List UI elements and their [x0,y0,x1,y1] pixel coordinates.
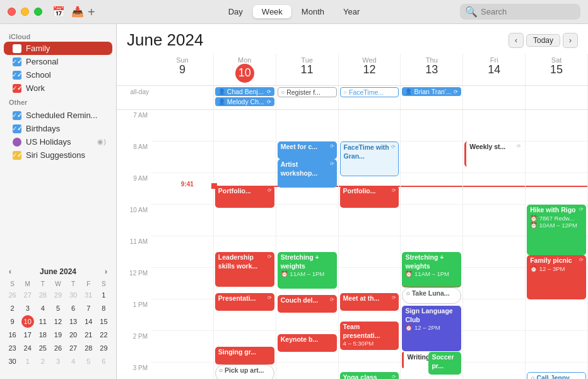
mini-cal-day[interactable]: 3 [52,355,64,368]
event-stretching-tue[interactable]: Stretching + weights ⏰ 11AM – 1PM [278,252,337,289]
event-take-luna[interactable]: ○ Take Luna... [402,287,461,304]
event-sign-language[interactable]: Sign Language Club ⏰ 12 – 2PM [402,306,461,351]
mini-cal-day[interactable]: 29 [97,342,110,354]
maximize-button[interactable] [34,8,42,16]
mini-cal-day[interactable]: 13 [67,315,79,328]
mini-cal-day[interactable]: 22 [97,328,110,341]
event-singing[interactable]: Singing gr... [215,347,274,364]
event-leadership[interactable]: Leadership skills work... ⟳ [215,252,274,287]
day-header-tue[interactable]: Tue 11 [276,54,339,85]
mini-cal-day[interactable]: 15 [97,315,110,328]
time-slot[interactable] [151,331,213,363]
time-slot[interactable] [276,205,338,236]
allday-event-facetime[interactable]: ○ FaceTime... [340,87,399,97]
day-header-sat[interactable]: Sat 15 [526,54,588,85]
day-header-wed[interactable]: Wed 12 [339,54,401,85]
time-slot[interactable] [526,141,587,173]
time-slot[interactable] [401,141,462,173]
time-slot[interactable] [526,110,587,141]
day-header-mon[interactable]: Mon 10 [214,54,276,85]
mini-cal-next[interactable]: › [102,266,110,277]
mini-cal-day[interactable]: 2 [37,355,49,368]
event-couch[interactable]: Couch del... ⟳ [278,295,337,313]
sidebar-item-school[interactable]: ✓ School [4,68,112,81]
mini-cal-day[interactable]: 29 [52,289,64,301]
mini-cal-day[interactable]: 12 [52,315,64,328]
mini-cal-day[interactable]: 23 [6,342,19,354]
search-box[interactable]: 🔍 [460,4,580,20]
reminders-checkbox[interactable]: ✓ [13,111,21,120]
time-slot[interactable] [463,173,525,205]
time-slot[interactable] [151,299,213,331]
time-slot[interactable] [526,173,587,205]
mini-cal-day[interactable]: 8 [97,302,110,315]
time-slot[interactable] [339,205,401,236]
sidebar-item-work[interactable]: ✓ Work [4,81,112,95]
time-slot[interactable] [276,110,338,141]
sidebar-item-personal[interactable]: ✓ Personal [4,55,112,68]
sidebar-item-holidays[interactable]: US Holidays ◉) [4,135,112,148]
sidebar-item-reminders[interactable]: ✓ Scheduled Remin... [4,109,112,122]
mini-cal-day[interactable]: 25 [37,342,49,354]
mini-cal-day[interactable]: 18 [37,328,49,341]
mini-cal-day[interactable]: 1 [97,289,110,301]
time-slot[interactable] [151,110,213,141]
tab-week[interactable]: Week [253,5,291,18]
mini-cal-day[interactable]: 30 [6,355,19,368]
work-checkbox[interactable]: ✓ [13,84,21,93]
time-slot[interactable] [214,110,276,141]
tab-year[interactable]: Year [334,5,368,18]
cal-today-button[interactable]: Today [526,34,560,47]
mini-cal-day[interactable]: 6 [97,355,110,368]
time-slot[interactable] [151,141,213,173]
time-slot[interactable] [151,363,213,379]
mini-cal-day[interactable]: 14 [82,315,95,328]
time-slot[interactable] [151,205,213,236]
mini-cal-day[interactable]: 28 [37,289,49,301]
day-header-fri[interactable]: Fri 14 [463,54,526,85]
mini-cal-day[interactable]: 24 [21,342,34,354]
mini-cal-day[interactable]: 3 [21,302,34,315]
mini-cal-today[interactable]: 10 [21,315,34,328]
mini-cal-day[interactable]: 20 [67,328,79,341]
mini-cal-day[interactable]: 27 [67,342,79,354]
school-checkbox[interactable]: ✓ [13,71,21,80]
time-slot[interactable] [463,363,525,379]
mini-cal-day[interactable]: 27 [21,289,34,301]
event-keynote[interactable]: Keynote b... [278,334,337,352]
time-slot[interactable] [463,110,525,141]
event-meet-for-c[interactable]: Meet for c... ⟳ [278,141,337,159]
event-presentation-mon[interactable]: Presentati... ⟳ [215,293,274,311]
allday-event-register[interactable]: ○ Register f... [278,87,337,97]
holidays-checkbox[interactable] [13,138,21,147]
allday-event-brian[interactable]: 👤 Brian Tran'... ⟳ [402,87,461,96]
mini-cal-day[interactable]: 4 [37,302,49,315]
time-slot[interactable] [339,110,401,141]
tab-day[interactable]: Day [220,5,252,18]
event-stretching-thu[interactable]: Stretching + weights ⏰ 11AM – 1PM [402,252,461,287]
time-slot[interactable] [151,173,213,205]
time-slot[interactable] [526,331,587,363]
event-yoga[interactable]: Yoga class ⏰ 501 Stanya... 4 – 5:30PM ⟳ [340,372,399,379]
mini-cal-day[interactable]: 28 [82,342,95,354]
time-slot[interactable] [151,268,213,299]
time-slot[interactable] [463,299,525,331]
time-slot[interactable] [214,205,276,236]
mini-cal-day[interactable]: 1 [21,355,34,368]
time-slot[interactable] [463,268,525,299]
event-family-picnic[interactable]: Family picnic ⏰ 12 – 3PM ⟳ [527,255,586,299]
birthdays-checkbox[interactable]: ✓ [13,124,21,133]
siri-checkbox[interactable]: ✓ [13,151,21,160]
event-pickup[interactable]: ○ Pick up art... [215,364,274,379]
day-header-thu[interactable]: Thu 13 [401,54,463,85]
event-meet-at[interactable]: Meet at th... ⟳ [340,293,399,311]
sidebar-item-family[interactable]: ✓ Family [4,42,112,55]
close-button[interactable] [8,8,16,16]
cal-next-button[interactable]: › [563,33,578,48]
time-slot[interactable] [151,236,213,268]
mini-cal-day[interactable]: 11 [37,315,49,328]
event-portfolio-wed[interactable]: Portfolio... ⟳ [340,186,399,208]
family-checkbox[interactable]: ✓ [13,44,21,53]
time-slot[interactable] [463,331,525,363]
event-facetime-wed[interactable]: FaceTime with Gran... ⟳ [340,141,399,176]
